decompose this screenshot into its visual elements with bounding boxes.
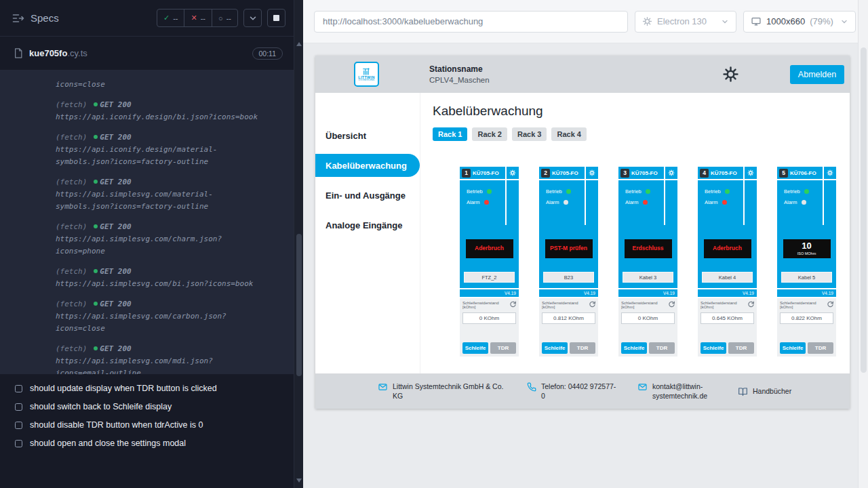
test-box-icon [15,422,22,429]
betrieb-led [487,189,492,194]
pending-count: -- [226,14,231,22]
test-box-icon [15,440,22,447]
network-log-entry[interactable]: (fetch)GET 200 https://api.simplesvg.com… [56,221,281,258]
tab-rack-4[interactable]: Rack 4 [551,127,586,141]
test-item[interactable]: should update display when TDR button is… [15,384,281,393]
scrollbar-thumb[interactable] [861,47,867,373]
card-settings-button[interactable] [505,167,519,179]
fetch-label: (fetch) [56,133,87,142]
refresh-button[interactable] [589,300,596,308]
schleife-button[interactable]: Schleife [542,342,568,354]
settings-gear-button[interactable] [722,66,739,83]
test-item[interactable]: should switch back to Schleife display [15,402,281,411]
scrollbar-thumb[interactable] [296,234,302,376]
firmware-version: V4.19 [698,288,757,297]
network-log-entry[interactable]: (fetch)GET 200 https://api.simplesvg.com… [56,343,281,374]
log-entry-header: (fetch)GET 200 [56,221,281,233]
status-text: Aderbruch [713,245,742,252]
network-log-entry[interactable]: (fetch)GET 200 https://api.simplesvg.com… [56,298,281,335]
logout-button[interactable]: Abmelden [790,65,844,84]
test-item[interactable]: should disable TDR button when tdrActive… [15,420,281,430]
browser-selector[interactable]: Electron 130 [635,11,736,33]
refresh-button[interactable] [827,300,834,308]
sidebar-item-uebersicht[interactable]: Übersicht [315,124,420,147]
spec-file-row[interactable]: kue705fo.cy.ts 00:11 [0,37,294,70]
cable-name-field[interactable]: Kabel 5 [781,272,832,283]
status-display: PST-M prüfen [545,239,593,258]
device-card: 5 KÜ706-FO [777,167,836,357]
test-stats: ✓-- ✕-- ○-- [157,9,238,27]
sidebar-item-analoge-eingaenge[interactable]: Analoge Eingänge [315,214,420,237]
tdr-button[interactable]: TDR [570,342,595,354]
runner-scrollbar[interactable] [294,0,303,488]
refresh-button[interactable] [668,300,675,308]
http-status: GET 200 [100,344,131,353]
url-bar[interactable] [314,11,628,33]
tdr-button[interactable]: TDR [649,342,675,354]
tab-rack-2[interactable]: Rack 2 [472,127,507,141]
littwin-logo: LITTWIN SYSTEMTECHNIK [354,62,379,87]
logo-subtext: SYSTEMTECHNIK [359,79,375,81]
alarm-label: Alarm [705,199,718,205]
fetch-label: (fetch) [56,267,87,276]
betrieb-led [646,189,650,194]
cable-name-field[interactable]: Kabel 4 [702,272,753,283]
cable-name-field[interactable]: B23 [543,272,594,283]
tab-rack-3[interactable]: Rack 3 [512,127,547,141]
network-log-entry[interactable]: (fetch)GET 200 https://api.iconify.desig… [56,99,281,123]
schleife-button[interactable]: Schleife [701,342,726,354]
tdr-button[interactable]: TDR [728,342,754,354]
alarm-indicator: Alarm [546,199,585,205]
card-settings-button[interactable] [664,167,677,179]
email-icon [378,382,388,392]
tdr-button[interactable]: TDR [490,342,516,354]
scroll-up-arrow[interactable] [296,42,302,46]
monitor-icon [751,16,762,26]
card-settings-button[interactable] [823,167,836,179]
card-settings-button[interactable] [585,167,598,179]
cable-name-field[interactable]: FTZ_2 [464,272,515,283]
viewport-size-selector[interactable]: 1000x660 (79%) [743,11,856,33]
schleife-button[interactable]: Schleife [462,342,488,354]
scroll-down-arrow[interactable] [296,479,302,483]
cable-name-field[interactable]: Kabel 3 [623,272,673,283]
refresh-button[interactable] [509,300,517,308]
schleife-button[interactable]: Schleife [780,342,806,354]
fetch-label: (fetch) [56,222,87,231]
card-header: 3 KÜ705-FO [618,167,677,180]
betrieb-label: Betrieb [625,188,642,195]
viewport-scale: (79%) [810,16,833,26]
network-log-entry[interactable]: (fetch)GET 200 https://api.simplesvg.com… [56,176,281,213]
test-item[interactable]: should open and close the settings modal [15,439,281,448]
http-status: GET 200 [100,222,131,231]
refresh-button[interactable] [747,300,755,308]
betrieb-label: Betrieb [705,188,721,195]
card-settings-button[interactable] [743,167,757,179]
network-log-entry[interactable]: icons=close [56,79,281,91]
collapse-button[interactable] [243,9,262,27]
betrieb-label: Betrieb [784,188,800,195]
tdr-button[interactable]: TDR [808,342,833,354]
schleife-button[interactable]: Schleife [621,342,647,354]
app-window: LITTWIN SYSTEMTECHNIK Stationsname CPLV4… [315,56,850,409]
http-status: GET 200 [100,267,131,276]
tab-rack-1[interactable]: Rack 1 [433,127,467,141]
station-name: CPLV4_Maschen [429,76,490,84]
phone-number: Telefon: 04402 972577-0 [541,382,617,401]
card-header: 5 KÜ706-FO [777,167,836,180]
network-log-entry[interactable]: (fetch)GET 200 https://api.simplesvg.com… [56,266,281,290]
network-log-entry[interactable]: (fetch)GET 200 https://api.iconify.desig… [56,131,281,168]
alarm-label: Alarm [625,199,639,205]
app-footer: Littwin Systemtechnik GmbH & Co. KG Tele… [315,373,850,409]
page-scrollbar[interactable] [858,0,868,488]
footer-phone: Telefon: 04402 972577-0 [527,382,617,401]
alarm-led [564,200,568,205]
stop-button[interactable] [267,9,285,27]
specs-toggle[interactable]: Specs [12,12,59,24]
sidebar-item-ein-und-ausgaenge[interactable]: Ein- und Ausgänge [315,184,420,207]
app-content: Kabelüberwachung Rack 1 Rack 2 Rack 3 Ra… [420,93,850,373]
footer-manuals[interactable]: Handbücher [738,386,791,396]
alarm-label: Alarm [784,199,797,205]
sidebar-item-kabelueberwachung[interactable]: Kabelüberwachung [315,154,420,177]
gear-icon [668,169,675,176]
